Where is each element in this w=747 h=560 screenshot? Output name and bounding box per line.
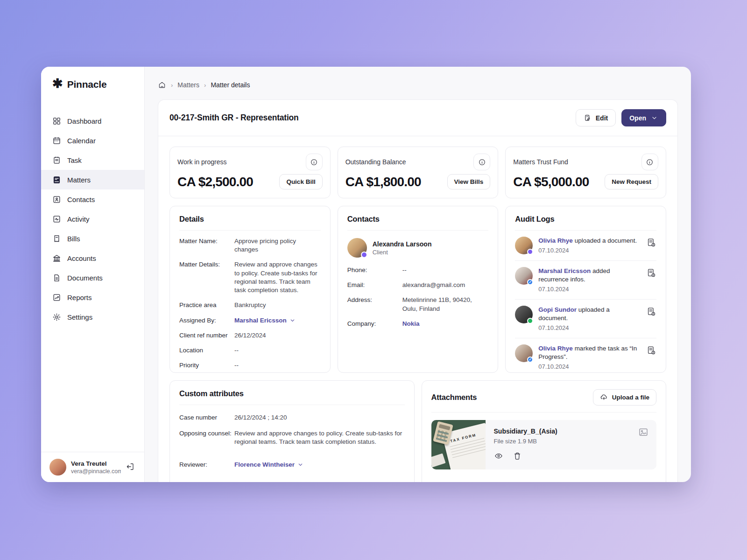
attachment-thumbnail: TAX FORM <box>431 420 486 469</box>
sidebar-item-label: Accounts <box>67 254 96 262</box>
sidebar-item-reports[interactable]: Reports <box>41 287 144 307</box>
user-profile[interactable]: Vera Treutel vera@pinnacle.com <box>41 452 144 482</box>
pinnacle-logo-icon: ✱ <box>52 77 63 90</box>
sidebar-item-label: Activity <box>67 215 90 223</box>
sidebar-item-calendar[interactable]: Calendar <box>41 131 144 150</box>
page-title: 00-217-Smith GR - Representation <box>169 113 299 123</box>
stat-label: Matters Trust Fund <box>513 158 568 166</box>
sidebar-item-accounts[interactable]: Accounts <box>41 248 144 268</box>
stat-card-outstanding-balance: Outstanding Balance CA $1,800.00 View Bi… <box>338 147 499 198</box>
chevron-down-icon <box>297 462 303 468</box>
avatar <box>347 238 367 258</box>
details-card: Details Matter Name:Approve pricing poli… <box>169 206 331 373</box>
delete-trash-icon[interactable] <box>513 451 522 461</box>
sidebar-item-contacts[interactable]: Contacts <box>41 189 144 209</box>
sidebar-nav: Dashboard Calendar Task Matters Contacts… <box>41 111 144 452</box>
sidebar-item-label: Bills <box>67 235 80 243</box>
audit-entry: Gopi Sundor uploaded a document. 07.10.2… <box>515 300 656 338</box>
sidebar-item-label: Task <box>67 156 82 164</box>
attachment-size: File size 1.9 MB <box>494 438 648 445</box>
stat-label: Work in progress <box>177 158 227 166</box>
audit-entry: ✓ Marshal Ericsson added recurrence info… <box>515 261 656 300</box>
breadcrumb: › Matters › Matter details <box>145 67 691 99</box>
sidebar-item-label: Documents <box>67 274 103 282</box>
avatar <box>49 459 66 476</box>
logo: ✱ Pinnacle <box>41 67 144 91</box>
info-icon[interactable] <box>473 154 490 170</box>
sidebar-item-bills[interactable]: Bills <box>41 229 144 248</box>
logout-icon[interactable] <box>126 462 136 472</box>
info-icon[interactable] <box>306 154 323 170</box>
home-icon[interactable] <box>158 81 166 89</box>
edit-button[interactable]: Edit <box>576 109 616 126</box>
audit-user-link[interactable]: Gopi Sundor <box>538 306 577 313</box>
sidebar-item-matters[interactable]: Matters <box>41 170 144 189</box>
contacts-card: Contacts Alexandra Larsoon Client Phone: <box>338 206 499 373</box>
sidebar-item-task[interactable]: Task <box>41 150 144 170</box>
sidebar-item-label: Reports <box>67 294 92 301</box>
new-request-button[interactable]: New Request <box>605 174 658 189</box>
chevron-down-icon <box>650 114 658 122</box>
stat-amount: CA $5,000.00 <box>513 175 589 189</box>
stat-amount: CA $2,500.00 <box>177 175 253 189</box>
sidebar-item-dashboard[interactable]: Dashboard <box>41 111 144 131</box>
contact-card-icon <box>52 195 61 204</box>
contact-role: Client <box>373 249 432 256</box>
stat-amount: CA $1,800.00 <box>345 175 421 189</box>
audit-user-link[interactable]: Olivia Rhye <box>538 237 573 244</box>
chevron-right-icon: › <box>204 82 206 89</box>
attachment-name: Subsidiary_B_(Asia) <box>494 427 648 435</box>
sidebar-item-label: Calendar <box>67 137 96 145</box>
breadcrumb-matters[interactable]: Matters <box>177 81 199 89</box>
sidebar-item-label: Matters <box>67 176 91 184</box>
bank-icon <box>52 254 61 263</box>
report-chart-icon <box>52 293 61 302</box>
assigned-by-dropdown[interactable]: Marshal Ericsson <box>234 316 296 325</box>
open-status-button[interactable]: Open <box>621 109 666 126</box>
avatar: ✓ <box>515 267 533 285</box>
breadcrumb-matter-details: Matter details <box>211 81 250 89</box>
grid-icon <box>52 117 61 126</box>
preview-eye-icon[interactable] <box>494 451 503 461</box>
info-icon[interactable] <box>641 154 658 170</box>
matter-header: 00-217-Smith GR - Representation Edit Op… <box>158 100 677 136</box>
contact-name: Alexandra Larsoon <box>373 240 432 248</box>
upload-cloud-icon <box>600 393 608 401</box>
main-area: › Matters › Matter details 00-217-Smith … <box>145 67 691 482</box>
audit-logs-card: Audit Logs Olivia Rhye uploaded a docume… <box>505 206 666 373</box>
upload-file-button[interactable]: Upload a file <box>593 389 656 406</box>
contact-person: Alexandra Larsoon Client <box>347 238 489 258</box>
sidebar-item-documents[interactable]: Documents <box>41 268 144 287</box>
view-bills-button[interactable]: View Bills <box>447 174 491 189</box>
company-link[interactable]: Nokia <box>402 320 420 328</box>
document-attachment-icon[interactable] <box>646 238 656 248</box>
sidebar-item-activity[interactable]: Activity <box>41 209 144 229</box>
stat-card-work-in-progress: Work in progress CA $2,500.00 Quick Bill <box>169 147 331 198</box>
stat-card-trust-fund: Matters Trust Fund CA $5,000.00 New Requ… <box>505 147 666 198</box>
audit-user-link[interactable]: Marshal Ericsson <box>538 267 591 274</box>
sidebar-item-settings[interactable]: Settings <box>41 307 144 327</box>
chevron-right-icon: › <box>171 82 173 89</box>
attachments-card: Attachments Upload a file TAX FORM <box>422 380 667 482</box>
document-attachment-icon[interactable] <box>646 307 656 317</box>
receipt-icon <box>52 234 61 243</box>
chevron-down-icon <box>289 317 296 323</box>
document-attachment-icon[interactable] <box>646 345 656 356</box>
book-icon <box>52 175 61 184</box>
app-window: ✱ Pinnacle Dashboard Calendar Task Matte… <box>41 67 691 482</box>
audit-user-link[interactable]: Olivia Rhye <box>538 345 573 352</box>
app-name: Pinnacle <box>67 79 107 90</box>
stat-label: Outstanding Balance <box>345 158 406 166</box>
user-email: vera@pinnacle.com <box>71 468 121 475</box>
sidebar-item-label: Dashboard <box>67 117 101 125</box>
sidebar-item-label: Contacts <box>67 196 95 203</box>
attachment-item: TAX FORM Subsidiary_B_(Asia) File size 1… <box>431 420 657 469</box>
document-attachment-icon[interactable] <box>646 268 656 278</box>
reviewer-dropdown[interactable]: Florence Wintheiser <box>234 461 303 469</box>
document-icon <box>52 273 61 282</box>
sidebar: ✱ Pinnacle Dashboard Calendar Task Matte… <box>41 67 145 482</box>
user-name: Vera Treutel <box>71 460 121 467</box>
quick-bill-button[interactable]: Quick Bill <box>279 174 322 189</box>
activity-icon <box>52 215 61 224</box>
task-icon <box>52 156 61 165</box>
